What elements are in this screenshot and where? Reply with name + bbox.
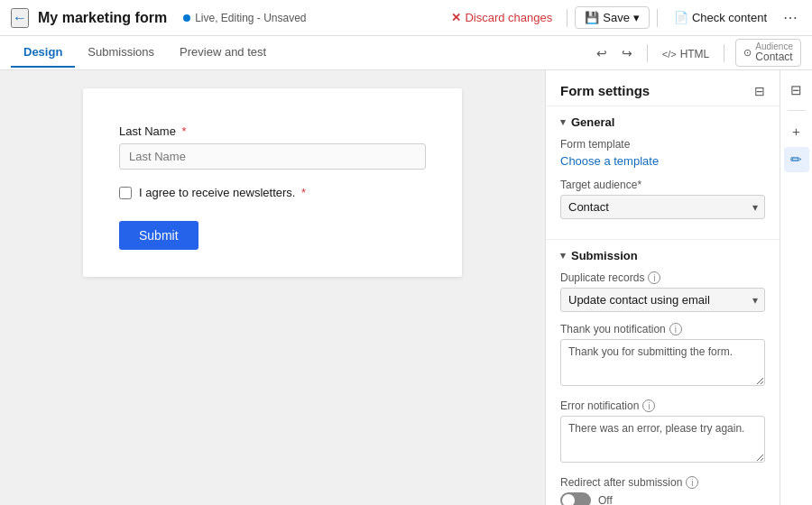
redo-icon: ↪ (622, 46, 632, 60)
thankyou-textarea[interactable]: Thank you for submitting the form. (560, 339, 765, 386)
back-button[interactable]: ← (11, 8, 29, 28)
thankyou-label-row: Thank you notification i (560, 323, 765, 335)
required-star2: * (301, 186, 306, 199)
error-label-row: Error notification i (560, 399, 765, 412)
html-button[interactable]: </> HTML (659, 42, 713, 64)
html-tag-icon: </> (662, 49, 677, 60)
general-section-title[interactable]: ▾ General (560, 115, 765, 129)
newsletter-label: I agree to receive newsletters. * (139, 186, 306, 199)
submit-button[interactable]: Submit (119, 221, 198, 250)
divider2 (657, 9, 658, 27)
tab-design[interactable]: Design (11, 38, 75, 68)
side-icons-panel: ⊟ + ✏ (780, 70, 812, 505)
duplicate-records-select[interactable]: Update contact using email Create new re… (560, 288, 765, 312)
side-edit-icon: ✏ (790, 152, 802, 168)
save-button[interactable]: 💾 Save ▾ (575, 6, 650, 29)
more-options-button[interactable]: ⋯ (780, 5, 801, 30)
main-layout: Last Name * I agree to receive newslette… (0, 70, 812, 505)
newsletter-checkbox[interactable] (119, 187, 132, 199)
form-card: Last Name * I agree to receive newslette… (83, 88, 462, 277)
toolbar-divider2 (724, 44, 724, 62)
error-notification-field: Error notification i There was an error,… (560, 399, 765, 465)
form-canvas: Last Name * I agree to receive newslette… (0, 70, 545, 505)
status-dot (183, 14, 190, 22)
target-audience-field: Target audience* Contact (560, 179, 765, 219)
last-name-field: Last Name * (119, 124, 426, 170)
side-layout-button[interactable]: ⊟ (784, 78, 809, 103)
duplicate-records-field: Duplicate records i Update contact using… (560, 271, 765, 312)
undo-button[interactable]: ↩ (593, 42, 611, 64)
status-badge: Live, Editing - Unsaved (183, 12, 306, 24)
duplicate-records-label-row: Duplicate records i (560, 271, 765, 284)
divider (567, 9, 567, 27)
panel-title: Form settings (560, 83, 650, 98)
submission-section-title[interactable]: ▾ Submission (560, 249, 765, 262)
choose-template-link[interactable]: Choose a template (560, 154, 659, 168)
form-template-label: Form template (560, 138, 765, 151)
side-edit-button[interactable]: ✏ (784, 147, 809, 172)
general-section: ▾ General Form template Choose a templat… (546, 106, 780, 240)
audience-badge[interactable]: ⊙ Audience Contact (735, 39, 801, 66)
discard-changes-button[interactable]: ✕ Discard changes (444, 7, 559, 28)
duplicate-records-select-wrap: Update contact using email Create new re… (560, 288, 765, 312)
tabbar: Design Submissions Preview and test ↩ ↪ … (0, 36, 812, 70)
redirect-toggle[interactable] (560, 492, 591, 505)
right-panel: Form settings ⊟ ▾ General Form template … (545, 70, 780, 505)
panel-collapse-button[interactable]: ⊟ (754, 84, 765, 98)
toolbar-divider (647, 44, 648, 62)
undo-icon: ↩ (596, 46, 607, 60)
tabbar-right: ↩ ↪ </> HTML ⊙ Audience Contact (593, 39, 801, 66)
topbar: ← My marketing form Live, Editing - Unsa… (0, 0, 812, 36)
tab-submissions[interactable]: Submissions (75, 38, 167, 68)
thankyou-info-icon: i (669, 323, 682, 335)
more-icon: ⋯ (783, 10, 798, 25)
form-template-field: Form template Choose a template (560, 138, 765, 168)
last-name-input[interactable] (119, 143, 426, 170)
check-content-button[interactable]: 📄 Check content (665, 7, 776, 28)
collapse-icon: ⊟ (754, 84, 765, 98)
toggle-knob (562, 494, 575, 505)
error-textarea[interactable]: There was an error, please try again. (560, 416, 765, 463)
save-icon: 💾 (585, 11, 599, 24)
redirect-info-icon: i (686, 476, 698, 489)
error-info-icon: i (642, 399, 655, 412)
required-star: * (182, 124, 187, 138)
redirect-field: Redirect after submission i Off (560, 476, 765, 505)
check-icon: 📄 (674, 11, 688, 24)
target-audience-select[interactable]: Contact (560, 195, 765, 219)
panel-header: Form settings ⊟ (546, 70, 780, 106)
submission-chevron: ▾ (560, 250, 566, 262)
general-chevron: ▾ (560, 116, 566, 128)
redo-button[interactable]: ↪ (618, 42, 636, 64)
thankyou-notification-field: Thank you notification i Thank you for s… (560, 323, 765, 389)
target-audience-label: Target audience* (560, 179, 765, 191)
save-dropdown-icon: ▾ (633, 11, 640, 24)
page-title: My marketing form (38, 10, 167, 26)
side-add-icon: + (792, 124, 800, 139)
topbar-actions: ✕ Discard changes 💾 Save ▾ 📄 Check conte… (444, 5, 801, 30)
side-icon-divider (788, 110, 806, 111)
last-name-label: Last Name * (119, 124, 426, 138)
redirect-label-row: Redirect after submission i (560, 476, 765, 489)
newsletter-checkbox-row: I agree to receive newsletters. * (119, 186, 426, 199)
redirect-toggle-label: Off (598, 494, 613, 505)
side-layout-icon: ⊟ (790, 82, 802, 98)
tab-preview-and-test[interactable]: Preview and test (167, 38, 279, 68)
audience-icon: ⊙ (743, 47, 752, 59)
target-audience-select-wrap: Contact (560, 195, 765, 219)
x-icon: ✕ (451, 11, 461, 24)
duplicate-records-info-icon: i (648, 271, 660, 284)
submission-section: ▾ Submission Duplicate records i Update … (546, 240, 780, 505)
redirect-toggle-row: Off (560, 492, 765, 505)
side-add-button[interactable]: + (784, 118, 809, 143)
